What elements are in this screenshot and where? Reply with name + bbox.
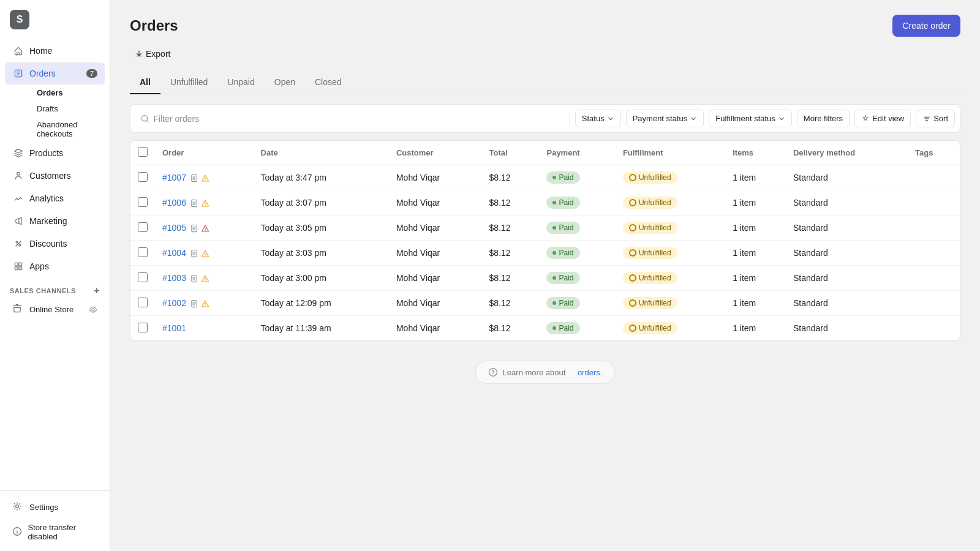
add-sales-channel-icon[interactable]: + <box>94 285 100 296</box>
tab-unfulfilled[interactable]: Unfulfilled <box>160 71 217 94</box>
order-date: Today at 3:03 pm <box>254 241 389 266</box>
order-total: $8.12 <box>482 291 540 316</box>
tab-open[interactable]: Open <box>265 71 305 94</box>
sidebar-item-products-label: Products <box>29 148 63 158</box>
sidebar-item-orders-label: Orders <box>29 69 56 78</box>
search-wrapper <box>135 114 565 124</box>
sidebar-bottom: Settings Store transfer disabled <box>0 490 110 551</box>
payment-badge: Paid <box>546 197 579 209</box>
sidebar-item-products[interactable]: Products <box>5 142 105 164</box>
orders-table-container: Order Date Customer Total Payment Fulfil… <box>130 140 960 341</box>
row-checkbox-2[interactable] <box>138 222 148 232</box>
order-total: $8.12 <box>482 165 540 190</box>
table-row: #1005 Today at 3:05 pmMohd Viqar$8.12Pai… <box>130 216 960 241</box>
order-payment: Paid <box>539 291 615 316</box>
svg-point-11 <box>17 529 17 530</box>
sidebar-store-transfer[interactable]: Store transfer disabled <box>5 518 105 546</box>
svg-rect-6 <box>15 267 18 270</box>
status-filter-button[interactable]: Status <box>575 110 621 127</box>
order-link-#1007[interactable]: #1007 <box>162 173 186 182</box>
order-delivery: Standard <box>786 165 908 190</box>
order-payment: Paid <box>539 216 615 241</box>
sidebar-channel-online-store[interactable]: Online Store <box>5 299 105 319</box>
sidebar-item-orders[interactable]: Orders 7 <box>5 62 105 84</box>
tab-closed[interactable]: Closed <box>305 71 352 94</box>
search-icon <box>140 114 150 124</box>
table-row: #1003 Today at 3:00 pmMohd Viqar$8.12Pai… <box>130 266 960 291</box>
order-date: Today at 3:05 pm <box>254 216 389 241</box>
order-link-#1001[interactable]: #1001 <box>162 323 186 333</box>
sidebar-item-discounts[interactable]: Discounts <box>5 233 105 255</box>
row-checkbox-6[interactable] <box>138 323 148 332</box>
order-payment: Paid <box>539 266 615 291</box>
order-date: Today at 3:00 pm <box>254 266 389 291</box>
sidebar-item-apps[interactable]: Apps <box>5 255 105 277</box>
sidebar-item-home[interactable]: Home <box>5 40 105 62</box>
export-row: Export <box>130 47 960 61</box>
order-delivery: Standard <box>786 216 908 241</box>
order-link-#1003[interactable]: #1003 <box>162 273 186 283</box>
filters-row: Status Payment status Fulfillment status… <box>130 104 960 133</box>
sidebar-item-customers-label: Customers <box>29 171 71 181</box>
order-customer: Mohd Viqar <box>389 216 482 241</box>
order-payment: Paid <box>539 165 615 190</box>
tab-unpaid[interactable]: Unpaid <box>217 71 264 94</box>
svg-rect-5 <box>19 263 22 266</box>
create-order-button[interactable]: Create order <box>892 15 960 37</box>
sidebar-item-marketing[interactable]: Marketing <box>5 210 105 232</box>
table-row: #1006 Today at 3:07 pmMohd Viqar$8.12Pai… <box>130 190 960 216</box>
sort-button[interactable]: Sort <box>916 110 955 127</box>
order-tags <box>908 241 960 266</box>
more-filters-button[interactable]: More filters <box>797 110 850 127</box>
order-date: Today at 12:09 pm <box>254 291 389 316</box>
payment-status-filter-button[interactable]: Payment status <box>626 110 704 127</box>
sidebar-item-customers[interactable]: Customers <box>5 165 105 187</box>
order-link-#1005[interactable]: #1005 <box>162 223 186 233</box>
order-delivery: Standard <box>786 241 908 266</box>
sidebar-submenu-abandoned[interactable]: Abandoned checkouts <box>29 117 105 141</box>
svg-point-18 <box>205 230 205 231</box>
select-all-checkbox[interactable] <box>138 147 148 157</box>
col-tags: Tags <box>908 141 960 165</box>
row-checkbox-3[interactable] <box>138 247 148 257</box>
order-payment: Paid <box>539 316 615 341</box>
order-link-#1002[interactable]: #1002 <box>162 298 186 308</box>
info-icon <box>12 526 23 538</box>
order-tags <box>908 291 960 316</box>
fulfillment-status-filter-button[interactable]: Fulfillment status <box>709 110 792 127</box>
edit-view-button[interactable]: Edit view <box>854 110 911 127</box>
table-row: #1002 Today at 12:09 pmMohd Viqar$8.12Pa… <box>130 291 960 316</box>
orders-tabs: All Unfulfilled Unpaid Open Closed <box>130 71 960 94</box>
eye-icon[interactable] <box>89 304 97 314</box>
tab-all[interactable]: All <box>130 71 160 94</box>
fulfillment-badge: Unfulfilled <box>623 297 677 309</box>
row-checkbox-5[interactable] <box>138 298 148 307</box>
row-checkbox-4[interactable] <box>138 272 148 282</box>
search-input[interactable] <box>154 114 560 124</box>
col-date: Date <box>254 141 389 165</box>
sidebar-submenu-drafts[interactable]: Drafts <box>29 101 105 116</box>
col-items: Items <box>725 141 786 165</box>
order-link-#1006[interactable]: #1006 <box>162 198 186 208</box>
order-delivery: Standard <box>786 291 908 316</box>
export-button[interactable]: Export <box>130 47 175 61</box>
order-delivery: Standard <box>786 316 908 341</box>
orders-tbody: #1007 Today at 3:47 pmMohd Viqar$8.12Pai… <box>130 165 960 341</box>
col-delivery: Delivery method <box>786 141 908 165</box>
row-checkbox-1[interactable] <box>138 197 148 207</box>
sidebar-settings[interactable]: Settings <box>5 496 105 518</box>
table-header: Order Date Customer Total Payment Fulfil… <box>130 141 960 165</box>
question-icon <box>488 367 498 377</box>
sidebar-item-analytics[interactable]: Analytics <box>5 187 105 209</box>
learn-more-link[interactable]: orders. <box>578 368 602 377</box>
order-payment: Paid <box>539 241 615 266</box>
page-title: Orders <box>130 17 178 34</box>
note-icon <box>190 223 198 233</box>
row-checkbox-0[interactable] <box>138 172 148 182</box>
svg-point-9 <box>16 504 19 508</box>
discounts-icon <box>12 238 24 250</box>
svg-point-26 <box>492 373 493 374</box>
order-link-#1004[interactable]: #1004 <box>162 248 186 258</box>
order-customer: Mohd Viqar <box>389 291 482 316</box>
sidebar-submenu-orders[interactable]: Orders <box>29 85 105 100</box>
